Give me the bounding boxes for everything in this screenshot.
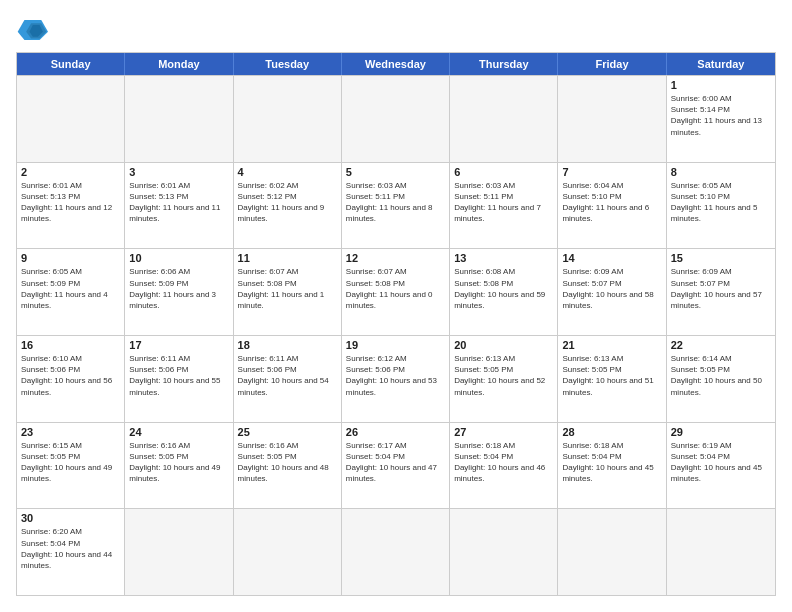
- calendar-cell: [450, 509, 558, 595]
- calendar-cell: 27Sunrise: 6:18 AM Sunset: 5:04 PM Dayli…: [450, 423, 558, 509]
- calendar-cell: 24Sunrise: 6:16 AM Sunset: 5:05 PM Dayli…: [125, 423, 233, 509]
- calendar-row-1: 2Sunrise: 6:01 AM Sunset: 5:13 PM Daylig…: [17, 162, 775, 249]
- calendar-header: SundayMondayTuesdayWednesdayThursdayFrid…: [17, 53, 775, 75]
- day-number: 22: [671, 339, 771, 351]
- calendar-cell: [17, 76, 125, 162]
- cell-info: Sunrise: 6:11 AM Sunset: 5:06 PM Dayligh…: [238, 353, 337, 398]
- calendar-cell: 14Sunrise: 6:09 AM Sunset: 5:07 PM Dayli…: [558, 249, 666, 335]
- day-number: 7: [562, 166, 661, 178]
- cell-info: Sunrise: 6:18 AM Sunset: 5:04 PM Dayligh…: [562, 440, 661, 485]
- weekday-header-thursday: Thursday: [450, 53, 558, 75]
- calendar-cell: 30Sunrise: 6:20 AM Sunset: 5:04 PM Dayli…: [17, 509, 125, 595]
- day-number: 15: [671, 252, 771, 264]
- calendar-cell: [234, 509, 342, 595]
- weekday-header-sunday: Sunday: [17, 53, 125, 75]
- calendar-cell: 25Sunrise: 6:16 AM Sunset: 5:05 PM Dayli…: [234, 423, 342, 509]
- calendar-cell: 8Sunrise: 6:05 AM Sunset: 5:10 PM Daylig…: [667, 163, 775, 249]
- calendar-body: 1Sunrise: 6:00 AM Sunset: 5:14 PM Daylig…: [17, 75, 775, 595]
- cell-info: Sunrise: 6:07 AM Sunset: 5:08 PM Dayligh…: [238, 266, 337, 311]
- calendar-cell: 23Sunrise: 6:15 AM Sunset: 5:05 PM Dayli…: [17, 423, 125, 509]
- calendar-cell: 9Sunrise: 6:05 AM Sunset: 5:09 PM Daylig…: [17, 249, 125, 335]
- calendar-cell: [450, 76, 558, 162]
- header: [16, 16, 776, 44]
- day-number: 25: [238, 426, 337, 438]
- cell-info: Sunrise: 6:09 AM Sunset: 5:07 PM Dayligh…: [562, 266, 661, 311]
- weekday-header-monday: Monday: [125, 53, 233, 75]
- cell-info: Sunrise: 6:04 AM Sunset: 5:10 PM Dayligh…: [562, 180, 661, 225]
- calendar-cell: 11Sunrise: 6:07 AM Sunset: 5:08 PM Dayli…: [234, 249, 342, 335]
- cell-info: Sunrise: 6:01 AM Sunset: 5:13 PM Dayligh…: [129, 180, 228, 225]
- calendar-cell: 4Sunrise: 6:02 AM Sunset: 5:12 PM Daylig…: [234, 163, 342, 249]
- cell-info: Sunrise: 6:14 AM Sunset: 5:05 PM Dayligh…: [671, 353, 771, 398]
- weekday-header-friday: Friday: [558, 53, 666, 75]
- cell-info: Sunrise: 6:19 AM Sunset: 5:04 PM Dayligh…: [671, 440, 771, 485]
- day-number: 29: [671, 426, 771, 438]
- calendar-cell: 7Sunrise: 6:04 AM Sunset: 5:10 PM Daylig…: [558, 163, 666, 249]
- cell-info: Sunrise: 6:03 AM Sunset: 5:11 PM Dayligh…: [454, 180, 553, 225]
- calendar-row-0: 1Sunrise: 6:00 AM Sunset: 5:14 PM Daylig…: [17, 75, 775, 162]
- cell-info: Sunrise: 6:07 AM Sunset: 5:08 PM Dayligh…: [346, 266, 445, 311]
- cell-info: Sunrise: 6:03 AM Sunset: 5:11 PM Dayligh…: [346, 180, 445, 225]
- calendar-cell: [558, 509, 666, 595]
- logo: [16, 16, 52, 44]
- cell-info: Sunrise: 6:16 AM Sunset: 5:05 PM Dayligh…: [129, 440, 228, 485]
- general-blue-logo-icon: [16, 16, 48, 44]
- cell-info: Sunrise: 6:06 AM Sunset: 5:09 PM Dayligh…: [129, 266, 228, 311]
- day-number: 11: [238, 252, 337, 264]
- calendar-cell: 3Sunrise: 6:01 AM Sunset: 5:13 PM Daylig…: [125, 163, 233, 249]
- calendar-cell: [125, 509, 233, 595]
- day-number: 16: [21, 339, 120, 351]
- weekday-header-wednesday: Wednesday: [342, 53, 450, 75]
- cell-info: Sunrise: 6:05 AM Sunset: 5:10 PM Dayligh…: [671, 180, 771, 225]
- day-number: 20: [454, 339, 553, 351]
- calendar-cell: 28Sunrise: 6:18 AM Sunset: 5:04 PM Dayli…: [558, 423, 666, 509]
- cell-info: Sunrise: 6:12 AM Sunset: 5:06 PM Dayligh…: [346, 353, 445, 398]
- calendar-cell: 15Sunrise: 6:09 AM Sunset: 5:07 PM Dayli…: [667, 249, 775, 335]
- calendar: SundayMondayTuesdayWednesdayThursdayFrid…: [16, 52, 776, 596]
- calendar-cell: 12Sunrise: 6:07 AM Sunset: 5:08 PM Dayli…: [342, 249, 450, 335]
- day-number: 13: [454, 252, 553, 264]
- cell-info: Sunrise: 6:20 AM Sunset: 5:04 PM Dayligh…: [21, 526, 120, 571]
- calendar-cell: 17Sunrise: 6:11 AM Sunset: 5:06 PM Dayli…: [125, 336, 233, 422]
- day-number: 10: [129, 252, 228, 264]
- calendar-cell: 13Sunrise: 6:08 AM Sunset: 5:08 PM Dayli…: [450, 249, 558, 335]
- day-number: 5: [346, 166, 445, 178]
- day-number: 8: [671, 166, 771, 178]
- cell-info: Sunrise: 6:08 AM Sunset: 5:08 PM Dayligh…: [454, 266, 553, 311]
- cell-info: Sunrise: 6:01 AM Sunset: 5:13 PM Dayligh…: [21, 180, 120, 225]
- cell-info: Sunrise: 6:05 AM Sunset: 5:09 PM Dayligh…: [21, 266, 120, 311]
- calendar-row-5: 30Sunrise: 6:20 AM Sunset: 5:04 PM Dayli…: [17, 508, 775, 595]
- cell-info: Sunrise: 6:15 AM Sunset: 5:05 PM Dayligh…: [21, 440, 120, 485]
- weekday-header-saturday: Saturday: [667, 53, 775, 75]
- cell-info: Sunrise: 6:13 AM Sunset: 5:05 PM Dayligh…: [562, 353, 661, 398]
- cell-info: Sunrise: 6:17 AM Sunset: 5:04 PM Dayligh…: [346, 440, 445, 485]
- day-number: 23: [21, 426, 120, 438]
- day-number: 27: [454, 426, 553, 438]
- day-number: 3: [129, 166, 228, 178]
- calendar-cell: [558, 76, 666, 162]
- calendar-row-3: 16Sunrise: 6:10 AM Sunset: 5:06 PM Dayli…: [17, 335, 775, 422]
- calendar-cell: 20Sunrise: 6:13 AM Sunset: 5:05 PM Dayli…: [450, 336, 558, 422]
- day-number: 26: [346, 426, 445, 438]
- calendar-cell: 2Sunrise: 6:01 AM Sunset: 5:13 PM Daylig…: [17, 163, 125, 249]
- day-number: 30: [21, 512, 120, 524]
- calendar-cell: [667, 509, 775, 595]
- day-number: 28: [562, 426, 661, 438]
- day-number: 14: [562, 252, 661, 264]
- calendar-cell: 16Sunrise: 6:10 AM Sunset: 5:06 PM Dayli…: [17, 336, 125, 422]
- cell-info: Sunrise: 6:10 AM Sunset: 5:06 PM Dayligh…: [21, 353, 120, 398]
- day-number: 2: [21, 166, 120, 178]
- day-number: 6: [454, 166, 553, 178]
- calendar-cell: 22Sunrise: 6:14 AM Sunset: 5:05 PM Dayli…: [667, 336, 775, 422]
- day-number: 12: [346, 252, 445, 264]
- cell-info: Sunrise: 6:11 AM Sunset: 5:06 PM Dayligh…: [129, 353, 228, 398]
- calendar-cell: 21Sunrise: 6:13 AM Sunset: 5:05 PM Dayli…: [558, 336, 666, 422]
- calendar-cell: [342, 509, 450, 595]
- calendar-cell: 10Sunrise: 6:06 AM Sunset: 5:09 PM Dayli…: [125, 249, 233, 335]
- calendar-cell: 1Sunrise: 6:00 AM Sunset: 5:14 PM Daylig…: [667, 76, 775, 162]
- day-number: 17: [129, 339, 228, 351]
- calendar-cell: [125, 76, 233, 162]
- calendar-cell: 5Sunrise: 6:03 AM Sunset: 5:11 PM Daylig…: [342, 163, 450, 249]
- cell-info: Sunrise: 6:00 AM Sunset: 5:14 PM Dayligh…: [671, 93, 771, 138]
- calendar-cell: [234, 76, 342, 162]
